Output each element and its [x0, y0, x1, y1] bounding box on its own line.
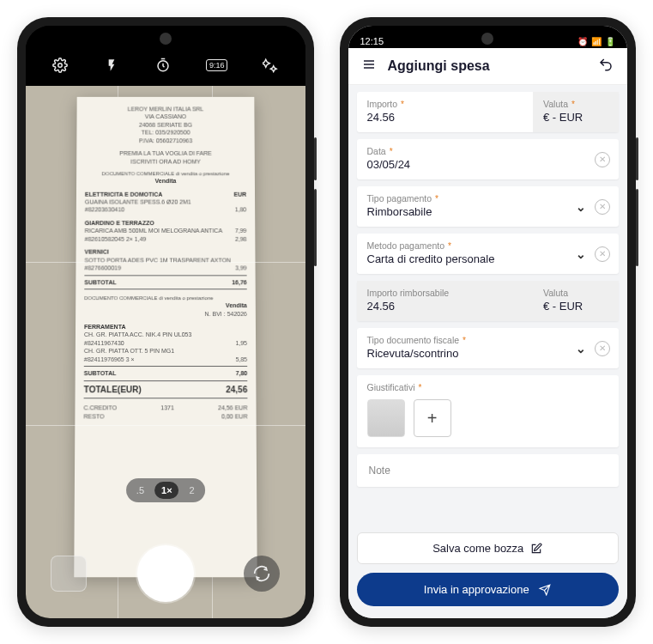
field-note[interactable]: Note	[357, 454, 620, 487]
timer-icon[interactable]	[154, 57, 172, 74]
svg-point-0	[58, 64, 63, 68]
clear-icon[interactable]: ✕	[595, 152, 610, 167]
camera-toolbar: 9:16	[26, 26, 305, 86]
form-body[interactable]: Importo* 24.56 Valuta* € - EUR Data* 03/…	[348, 85, 628, 526]
expense-screen: 12:15 ⏰ 📶 🔋 Aggiungi spesa Importo* 24.5…	[348, 26, 628, 618]
field-valuta2: Valuta € - EUR	[533, 281, 619, 321]
field-metodo[interactable]: Metodo pagamento* Carta di credito perso…	[357, 234, 577, 274]
send-icon	[538, 584, 552, 596]
field-tipo-pagamento[interactable]: Tipo pagamento* Rimborsabile	[357, 186, 577, 227]
add-attachment-button[interactable]: +	[414, 399, 451, 437]
camera-screen: 9:16 LEROY MERLIN ITALIA SRL VIA CASSIAN…	[26, 26, 305, 618]
signal-icon: 📶	[591, 37, 602, 46]
gear-icon[interactable]	[51, 57, 69, 74]
undo-icon[interactable]	[596, 57, 615, 76]
field-importo[interactable]: Importo* 24.56	[357, 92, 534, 132]
camera-viewfinder[interactable]: LEROY MERLIN ITALIA SRL VIA CASSIANO 240…	[26, 86, 305, 618]
card-importo: Importo* 24.56 Valuta* € - EUR	[357, 92, 620, 132]
battery-icon: 🔋	[605, 37, 615, 46]
zoom-option[interactable]: .5	[130, 482, 151, 499]
card-importo-rimb: Importo rimborsabile 24.56 Valuta € - EU…	[357, 281, 620, 321]
field-data[interactable]: Data* 03/05/24	[357, 139, 596, 179]
status-bar: 12:15 ⏰ 📶 🔋	[348, 26, 628, 48]
camera-bottom-bar	[26, 528, 305, 618]
status-time: 12:15	[360, 36, 384, 46]
status-icons: ⏰ 📶 🔋	[577, 37, 615, 46]
alarm-icon: ⏰	[577, 37, 588, 46]
clear-icon[interactable]: ✕	[595, 246, 610, 262]
attachment-thumbnail[interactable]	[367, 399, 405, 437]
page-title: Aggiungi spesa	[388, 58, 587, 74]
clear-icon[interactable]: ✕	[595, 341, 610, 356]
switch-camera-button[interactable]	[244, 556, 280, 592]
switch-icon	[253, 565, 270, 582]
receipt-header: LEROY MERLIN ITALIA SRL VIA CASSIANO 240…	[85, 106, 246, 145]
card-tipo-doc: Tipo documento fiscale* Ricevuta/scontri…	[357, 328, 620, 368]
card-tipo-pagamento: Tipo pagamento* Rimborsabile ⌄ ✕	[357, 186, 620, 227]
zoom-option[interactable]: 2	[183, 482, 202, 499]
flash-icon[interactable]	[103, 57, 120, 74]
chevron-down-icon[interactable]: ⌄	[576, 342, 586, 355]
field-importo-rimb: Importo rimborsabile 24.56	[357, 281, 534, 321]
receipt-preview: LEROY MERLIN ITALIA SRL VIA CASSIANO 240…	[74, 97, 257, 577]
phone-camera: 9:16 LEROY MERLIN ITALIA SRL VIA CASSIAN…	[17, 17, 314, 627]
shutter-button[interactable]	[137, 545, 194, 602]
chevron-down-icon[interactable]: ⌄	[576, 200, 586, 214]
zoom-selector[interactable]: .5 1× 2	[126, 478, 205, 502]
gallery-thumbnail[interactable]	[51, 556, 87, 592]
phone-expense: 12:15 ⏰ 📶 🔋 Aggiungi spesa Importo* 24.5…	[340, 17, 637, 627]
effects-icon[interactable]	[262, 57, 279, 74]
chevron-down-icon[interactable]: ⌄	[576, 247, 586, 261]
submit-button[interactable]: Invia in approvazione	[357, 573, 620, 606]
menu-icon[interactable]	[360, 58, 378, 75]
form-footer: Salva come bozza Invia in approvazione	[348, 526, 628, 618]
field-tipo-doc[interactable]: Tipo documento fiscale* Ricevuta/scontri…	[357, 328, 577, 368]
card-giustificativi: Giustificativi* +	[357, 375, 620, 447]
clear-icon[interactable]: ✕	[595, 199, 610, 215]
zoom-option-active[interactable]: 1×	[154, 482, 179, 499]
field-valuta[interactable]: Valuta* € - EUR	[533, 92, 619, 132]
card-metodo: Metodo pagamento* Carta di credito perso…	[357, 234, 620, 274]
save-draft-button[interactable]: Salva come bozza	[357, 532, 620, 564]
page-header: Aggiungi spesa	[348, 48, 628, 85]
edit-icon	[530, 543, 542, 555]
card-data: Data* 03/05/24 ✕	[357, 139, 620, 179]
aspect-icon[interactable]: 9:16	[206, 59, 228, 71]
